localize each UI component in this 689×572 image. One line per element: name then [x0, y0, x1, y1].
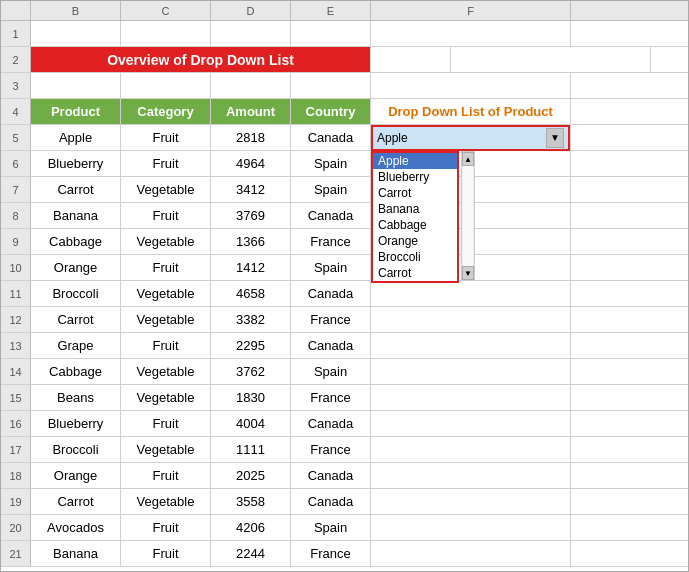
dropdown-item-7[interactable]: Carrot — [373, 265, 457, 281]
row-4: 4 Product Category Amount Country Drop D… — [1, 99, 688, 125]
cell-e7: Spain — [291, 177, 371, 202]
cell-d14: 3762 — [211, 359, 291, 384]
cell-c3 — [121, 73, 211, 98]
scroll-up-button[interactable]: ▲ — [462, 152, 474, 166]
cell-f19 — [371, 489, 571, 514]
cell-e16: Canada — [291, 411, 371, 436]
cell-d1 — [211, 21, 291, 46]
cell-f3 — [371, 73, 571, 98]
cell-b3 — [31, 73, 121, 98]
cell-b12: Carrot — [31, 307, 121, 332]
row-num-6: 6 — [1, 151, 31, 176]
cell-c21: Fruit — [121, 541, 211, 566]
row-14: 14 Cabbage Vegetable 3762 Spain — [1, 359, 688, 385]
cell-d5: 2818 — [211, 125, 291, 150]
row-num-5: 5 — [1, 125, 31, 150]
cell-b14: Cabbage — [31, 359, 121, 384]
row-15: 15 Beans Vegetable 1830 France — [1, 385, 688, 411]
cell-d11: 4658 — [211, 281, 291, 306]
row-7: 7 Carrot Vegetable 3412 Spain — [1, 177, 688, 203]
cell-b15: Beans — [31, 385, 121, 410]
cell-e5: Canada — [291, 125, 371, 150]
dropdown-arrow-button[interactable]: ▼ — [546, 128, 564, 148]
col-header-c: C — [121, 1, 211, 20]
row-num-8: 8 — [1, 203, 31, 228]
cell-c1 — [121, 21, 211, 46]
row-2: 2 Overview of Drop Down List — [1, 47, 688, 73]
cell-f14 — [371, 359, 571, 384]
cell-e11: Canada — [291, 281, 371, 306]
cell-e6: Spain — [291, 151, 371, 176]
cell-f2 — [451, 47, 651, 72]
row-num-3: 3 — [1, 73, 31, 98]
row-num-17: 17 — [1, 437, 31, 462]
dropdown-cell[interactable]: Apple ▼ Apple Blueberry Carrot Banana Ca… — [371, 125, 571, 150]
cell-e20: Spain — [291, 515, 371, 540]
cell-c13: Fruit — [121, 333, 211, 358]
cell-d21: 2244 — [211, 541, 291, 566]
cell-d7: 3412 — [211, 177, 291, 202]
dropdown-selected[interactable]: Apple ▼ — [371, 125, 570, 151]
cell-c15: Vegetable — [121, 385, 211, 410]
cell-e15: France — [291, 385, 371, 410]
cell-d18: 2025 — [211, 463, 291, 488]
dropdown-item-6[interactable]: Broccoli — [373, 249, 457, 265]
cell-b16: Blueberry — [31, 411, 121, 436]
cell-c18: Fruit — [121, 463, 211, 488]
row-5: 5 Apple Fruit 2818 Canada Apple ▼ Apple … — [1, 125, 688, 151]
spreadsheet: B C D E F 1 2 Overview of Drop Down List… — [0, 0, 689, 572]
cell-b8: Banana — [31, 203, 121, 228]
dropdown-item-5[interactable]: Orange — [373, 233, 457, 249]
cell-b6: Blueberry — [31, 151, 121, 176]
cell-d3 — [211, 73, 291, 98]
header-product: Product — [31, 99, 121, 124]
dropdown-item-1[interactable]: Blueberry — [373, 169, 457, 185]
cell-b1 — [31, 21, 121, 46]
cell-f13 — [371, 333, 571, 358]
cell-e19: Canada — [291, 489, 371, 514]
cell-c7: Vegetable — [121, 177, 211, 202]
scroll-down-button[interactable]: ▼ — [462, 266, 474, 280]
cell-c6: Fruit — [121, 151, 211, 176]
row-3: 3 — [1, 73, 688, 99]
cell-b7: Carrot — [31, 177, 121, 202]
cell-c14: Vegetable — [121, 359, 211, 384]
cell-b18: Orange — [31, 463, 121, 488]
row-num-14: 14 — [1, 359, 31, 384]
cell-b21: Banana — [31, 541, 121, 566]
row-num-2: 2 — [1, 47, 31, 72]
row-8: 8 Banana Fruit 3769 Canada — [1, 203, 688, 229]
row-16: 16 Blueberry Fruit 4004 Canada — [1, 411, 688, 437]
cell-b13: Grape — [31, 333, 121, 358]
dropdown-list: Apple Blueberry Carrot Banana Cabbage Or… — [371, 151, 459, 283]
cell-f1 — [371, 21, 571, 46]
header-category: Category — [121, 99, 211, 124]
row-19: 19 Carrot Vegetable 3558 Canada — [1, 489, 688, 515]
cell-c12: Vegetable — [121, 307, 211, 332]
dropdown-scrollbar: ▲ ▼ — [461, 151, 475, 281]
row-num-15: 15 — [1, 385, 31, 410]
row-num-4: 4 — [1, 99, 31, 124]
dropdown-item-3[interactable]: Banana — [373, 201, 457, 217]
cell-b9: Cabbage — [31, 229, 121, 254]
cell-f11 — [371, 281, 571, 306]
cell-e8: Canada — [291, 203, 371, 228]
cell-f20 — [371, 515, 571, 540]
dropdown-item-2[interactable]: Carrot — [373, 185, 457, 201]
cell-c19: Vegetable — [121, 489, 211, 514]
dropdown-item-0[interactable]: Apple — [373, 153, 457, 169]
row-num-13: 13 — [1, 333, 31, 358]
cell-d10: 1412 — [211, 255, 291, 280]
cell-d15: 1830 — [211, 385, 291, 410]
cell-d9: 1366 — [211, 229, 291, 254]
dropdown-item-4[interactable]: Cabbage — [373, 217, 457, 233]
cell-e17: France — [291, 437, 371, 462]
cell-c17: Vegetable — [121, 437, 211, 462]
cell-d6: 4964 — [211, 151, 291, 176]
row-18: 18 Orange Fruit 2025 Canada — [1, 463, 688, 489]
row-10: 10 Orange Fruit 1412 Spain — [1, 255, 688, 281]
cell-c5: Fruit — [121, 125, 211, 150]
cell-e10: Spain — [291, 255, 371, 280]
row-num-1: 1 — [1, 21, 31, 46]
corner-header — [1, 1, 31, 20]
